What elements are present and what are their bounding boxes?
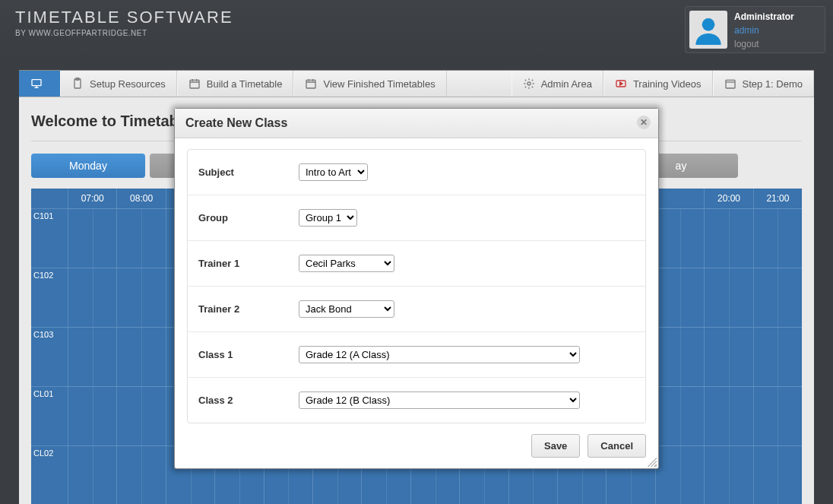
form-row-subject: Subject Intro to Art [188, 150, 645, 195]
form-row-class1: Class 1 Grade 12 (A Class) [188, 332, 645, 378]
resize-handle[interactable] [648, 458, 657, 467]
form: Subject Intro to Art Group Group 1 Train… [187, 149, 646, 423]
form-row-trainer1: Trainer 1 Cecil Parks [188, 241, 645, 287]
modal-footer: Save Cancel [175, 423, 658, 468]
save-button[interactable]: Save [531, 434, 580, 458]
class2-label: Class 2 [198, 395, 299, 406]
class2-select[interactable]: Grade 12 (B Class) [299, 391, 580, 409]
class1-select[interactable]: Grade 12 (A Class) [299, 346, 580, 363]
modal-title: Create New Class ✕ [175, 109, 658, 138]
trainer2-select[interactable]: Jack Bond [299, 300, 394, 318]
trainer1-label: Trainer 1 [198, 258, 299, 269]
subject-select[interactable]: Intro to Art [299, 163, 368, 181]
form-row-trainer2: Trainer 2 Jack Bond [188, 287, 645, 332]
group-select[interactable]: Group 1 [299, 209, 357, 227]
modal-body: Subject Intro to Art Group Group 1 Train… [175, 138, 658, 423]
class1-label: Class 1 [198, 349, 299, 360]
modal-title-text: Create New Class [185, 116, 287, 129]
trainer2-label: Trainer 2 [198, 303, 299, 315]
modal-overlay: Create New Class ✕ Subject Intro to Art … [0, 0, 833, 504]
trainer1-select[interactable]: Cecil Parks [299, 255, 394, 272]
cancel-button[interactable]: Cancel [588, 434, 646, 458]
form-row-group: Group Group 1 [188, 195, 645, 241]
group-label: Group [198, 212, 299, 223]
close-icon[interactable]: ✕ [637, 116, 651, 129]
subject-label: Subject [198, 166, 299, 178]
form-row-class2: Class 2 Grade 12 (B Class) [188, 378, 645, 423]
create-class-modal: Create New Class ✕ Subject Intro to Art … [174, 108, 659, 469]
